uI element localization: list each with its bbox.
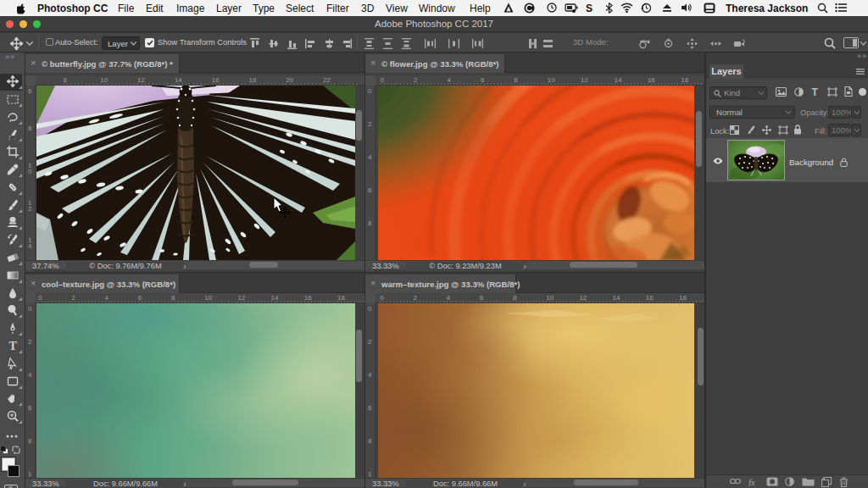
svg-text:T: T (8, 340, 17, 352)
svg-text:S: S (586, 3, 593, 13)
svg-text:T: T (812, 87, 819, 97)
svg-text:fx: fx (748, 477, 755, 486)
